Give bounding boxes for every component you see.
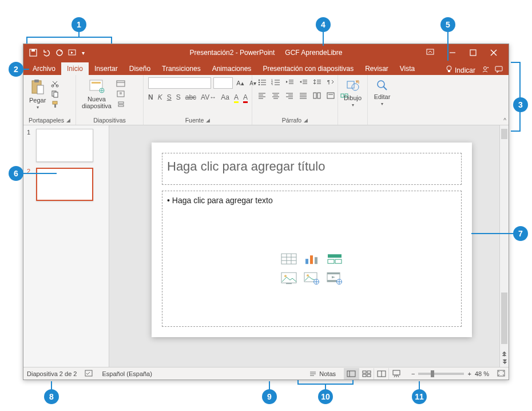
columns-icon[interactable] [312,91,322,100]
insert-video-icon[interactable] [325,271,344,286]
tab-animaciones[interactable]: Animaciones [207,62,257,75]
shadow-button[interactable]: S [176,93,181,103]
insert-table-icon[interactable] [279,251,299,266]
zoom-percent[interactable]: 48 % [475,370,489,377]
zoom-slider[interactable] [418,373,464,375]
save-icon[interactable] [29,49,37,57]
tab-insertar[interactable]: Insertar [89,62,124,75]
normal-view-button[interactable] [344,368,359,380]
zoom-in-button[interactable]: + [467,370,471,377]
thumbnail-row-1[interactable]: 1 [27,129,105,162]
dibujo-button[interactable]: Dibujo ▾ [343,77,363,109]
nueva-diapositiva-button[interactable]: Nueva diapositiva [81,77,113,110]
dialog-launcher-icon[interactable]: ◢ [66,117,70,123]
line-spacing-icon[interactable] [312,77,322,86]
bold-button[interactable]: N [148,93,153,103]
font-highlight-button[interactable]: A [234,93,239,103]
align-center-icon[interactable] [271,91,281,100]
maximize-button[interactable] [463,44,483,61]
tab-inicio[interactable]: Inicio [61,62,89,75]
slideshow-view-button[interactable] [388,368,403,380]
underline-button[interactable]: S [167,93,172,103]
increase-indent-icon[interactable] [298,77,308,86]
slide-counter: Diapositiva 2 de 2 [27,370,77,377]
prev-slide-icon[interactable]: ⯭ [502,351,507,357]
comments-icon[interactable] [495,65,503,75]
insert-online-picture-icon[interactable] [302,271,321,286]
spellcheck-icon[interactable] [85,369,94,378]
font-family-combo[interactable] [148,77,211,89]
cut-icon[interactable] [50,80,59,88]
align-text-icon[interactable] [325,91,336,100]
font-size-combo[interactable] [213,77,233,89]
scrollbar-thumb[interactable] [501,129,507,139]
char-spacing-button[interactable]: AV↔ [201,93,216,103]
decrease-indent-icon[interactable] [284,77,295,86]
numbering-icon[interactable]: 123 [271,77,281,86]
callout-line [297,380,299,385]
tab-transiciones[interactable]: Transiciones [156,62,207,75]
editar-button[interactable]: Editar ▾ [373,77,392,108]
tell-me[interactable]: Indicar [446,65,475,75]
layout-icon[interactable] [116,80,125,88]
align-left-icon[interactable] [257,91,267,100]
increase-font-icon[interactable]: A▴ [235,78,245,88]
insert-picture-icon[interactable] [279,271,299,286]
redo-icon[interactable] [55,49,63,57]
callout-5: 5 [440,17,455,32]
tab-vista[interactable]: Vista [394,62,420,75]
svg-rect-109 [347,371,355,377]
reading-view-button[interactable] [374,368,388,380]
callout-2: 2 [9,62,23,77]
minimize-button[interactable] [442,44,463,61]
change-case-button[interactable]: Aa [221,93,229,103]
svg-point-9 [447,66,451,70]
section-icon[interactable] [116,100,125,108]
strikethrough-button[interactable]: abc [185,93,196,103]
slide-sorter-view-button[interactable] [359,368,374,380]
content-placeholder[interactable]: • Haga clic para agregar texto [162,191,462,327]
close-button[interactable] [483,44,504,61]
tab-revisar[interactable]: Revisar [359,62,394,75]
share-icon[interactable] [481,65,489,75]
scrollbar-thumb[interactable] [501,293,507,344]
qat-dropdown-icon[interactable]: ▾ [82,50,85,56]
dialog-launcher-icon[interactable]: ◢ [304,117,308,123]
svg-rect-93 [328,259,334,263]
ribbon-display-icon[interactable] [426,49,434,57]
font-color-button[interactable]: A [243,93,248,103]
svg-point-11 [484,67,487,70]
title-placeholder[interactable]: Haga clic para agregar título [162,153,462,185]
notes-button[interactable]: Notas [309,370,336,377]
svg-rect-114 [367,374,371,377]
dialog-launcher-icon[interactable]: ◢ [206,117,210,123]
copy-icon[interactable] [50,90,59,98]
start-from-beginning-icon[interactable] [68,49,77,57]
pegar-button[interactable]: Pegar ▾ [28,77,47,111]
tab-diseno[interactable]: Diseño [124,62,156,75]
fit-to-window-icon[interactable] [497,370,505,378]
slide[interactable]: Haga clic para agregar título • Haga cli… [152,143,472,337]
language-indicator[interactable]: Español (España) [102,370,152,377]
next-slide-icon[interactable]: ⯯ [502,358,507,365]
reset-icon[interactable] [116,90,125,98]
insert-smartart-icon[interactable] [325,251,344,266]
italic-button[interactable]: K [158,93,162,103]
bullets-icon[interactable] [257,77,267,86]
align-right-icon[interactable] [284,91,295,100]
justify-icon[interactable] [298,91,308,100]
slide-thumbnail-1[interactable] [36,129,93,162]
zoom-control: − + 48 % [411,370,489,377]
svg-rect-75 [327,93,334,98]
collapse-ribbon-icon[interactable]: ^ [503,117,506,124]
undo-icon[interactable] [42,49,51,57]
tab-archivo[interactable]: Archivo [27,62,61,75]
tab-presentacion[interactable]: Presentación con diapositivas [257,62,359,75]
insert-chart-icon[interactable] [302,251,321,266]
zoom-slider-thumb[interactable] [431,370,434,377]
vertical-scrollbar[interactable]: ⯭ ⯯ [499,125,509,367]
text-direction-icon[interactable]: ¶ [325,77,336,86]
format-painter-icon[interactable] [50,100,59,108]
lightbulb-icon [446,65,452,75]
zoom-out-button[interactable]: − [411,370,415,377]
